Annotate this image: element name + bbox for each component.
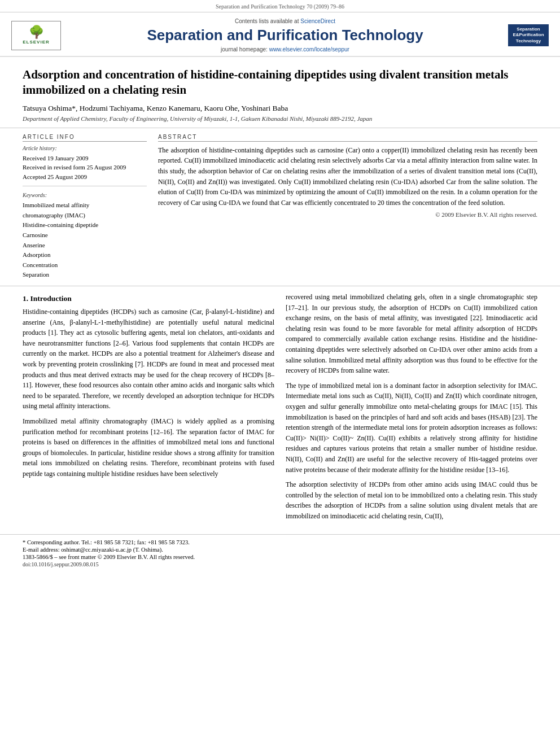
article-info-label: ARTICLE INFO — [23, 134, 147, 142]
right-paragraph-1: recovered using metal immobilized chelat… — [286, 292, 537, 376]
abstract-text: The adsorption of histidine-containing d… — [158, 145, 537, 208]
body-left-col: 1. Introduction Histidine-containing dip… — [23, 292, 274, 526]
homepage-link[interactable]: www.elsevier.com/locate/seppur — [269, 46, 349, 53]
keyword-6: Adsorption — [23, 250, 147, 260]
intro-heading: 1. Introduction — [23, 294, 274, 303]
elsevier-brand-text: ELSEVIER — [23, 40, 50, 45]
badge-line-1: Separation — [510, 27, 547, 32]
right-paragraph-3: The adsorption selectivity of HCDPs from… — [286, 479, 537, 521]
doi-line: doi:10.1016/j.seppur.2009.08.015 — [23, 561, 537, 567]
elsevier-tree-icon: 🌳 — [29, 26, 44, 38]
abstract-label: ABSTRACT — [158, 134, 537, 142]
homepage-prefix: journal homepage: — [221, 46, 269, 53]
sciencedirect-link[interactable]: ScienceDirect — [300, 18, 335, 24]
journal-badge: Separation E&Purification Technology — [508, 24, 549, 46]
body-two-col: 1. Introduction Histidine-containing dip… — [23, 292, 537, 526]
issn-line: 1383-5866/$ – see front matter © 2009 El… — [23, 554, 537, 560]
sciencedirect-prefix: Contents lists available at — [235, 18, 300, 24]
body-right-col: recovered using metal immobilized chelat… — [286, 292, 537, 526]
header-area: 🌳 ELSEVIER Contents lists available at S… — [0, 12, 560, 57]
keyword-5: Anserine — [23, 241, 147, 251]
divider-1 — [23, 186, 147, 186]
header-center: Contents lists available at ScienceDirec… — [71, 18, 499, 53]
journal-homepage-line: journal homepage: www.elsevier.com/locat… — [71, 46, 499, 53]
abstract-col: ABSTRACT The adsorption of histidine-con… — [158, 134, 537, 280]
article-affiliation: Department of Applied Chemistry, Faculty… — [23, 115, 537, 122]
sciencedirect-line: Contents lists available at ScienceDirec… — [71, 18, 499, 24]
keyword-4: Carnosine — [23, 230, 147, 241]
history-label: Article history: — [23, 145, 147, 151]
abstract-copyright: © 2009 Elsevier B.V. All rights reserved… — [158, 211, 537, 218]
keyword-2: chromatography (IMAC) — [23, 211, 147, 221]
article-title-area: Adsorption and concentration of histidin… — [0, 57, 560, 128]
keyword-3: Histidine-containing dipeptide — [23, 220, 147, 230]
intro-paragraph-1: Histidine-containing dipeptides (HCDPs) … — [23, 307, 274, 412]
badge-line-3: Technology — [510, 38, 547, 44]
history-item-3: Accepted 25 August 2009 — [23, 172, 147, 182]
article-info-abstract-area: ARTICLE INFO Article history: Received 1… — [0, 128, 560, 286]
body-area: 1. Introduction Histidine-containing dip… — [0, 286, 560, 531]
elsevier-logo-box: 🌳 ELSEVIER — [11, 21, 61, 50]
keyword-1: Immobilized metal affinity — [23, 200, 147, 211]
article-info-col: ARTICLE INFO Article history: Received 1… — [23, 134, 147, 280]
keywords-label: Keywords: — [23, 192, 147, 198]
keyword-7: Concentration — [23, 260, 147, 270]
badge-line-2: E&Purification — [510, 32, 547, 38]
elsevier-logo: 🌳 ELSEVIER — [11, 21, 62, 50]
history-item-1: Received 19 January 2009 — [23, 154, 147, 163]
history-item-2: Received in revised form 25 August 2009 — [23, 163, 147, 172]
article-main-title: Adsorption and concentration of histidin… — [23, 67, 537, 98]
email-note: E-mail address: oshimat@cc.miyazaki-u.ac… — [23, 547, 537, 553]
article-authors: Tatsuya Oshima*, Hodzumi Tachiyama, Kenz… — [23, 104, 537, 113]
keyword-8: Separation — [23, 270, 147, 280]
journal-title: Separation and Purification Technology — [71, 27, 499, 44]
right-paragraph-2: The type of immobilized metal ion is a d… — [286, 381, 537, 475]
corresponding-note: * Corresponding author. Tel.: +81 985 58… — [23, 539, 537, 545]
footer-area: * Corresponding author. Tel.: +81 985 58… — [0, 534, 560, 571]
intro-paragraph-2: Immobilized metal affinity chromatograph… — [23, 416, 274, 479]
journal-citation-line: Separation and Purification Technology 7… — [0, 0, 560, 12]
journal-citation-text: Separation and Purification Technology 7… — [216, 3, 344, 10]
page-wrapper: Separation and Purification Technology 7… — [0, 0, 560, 747]
